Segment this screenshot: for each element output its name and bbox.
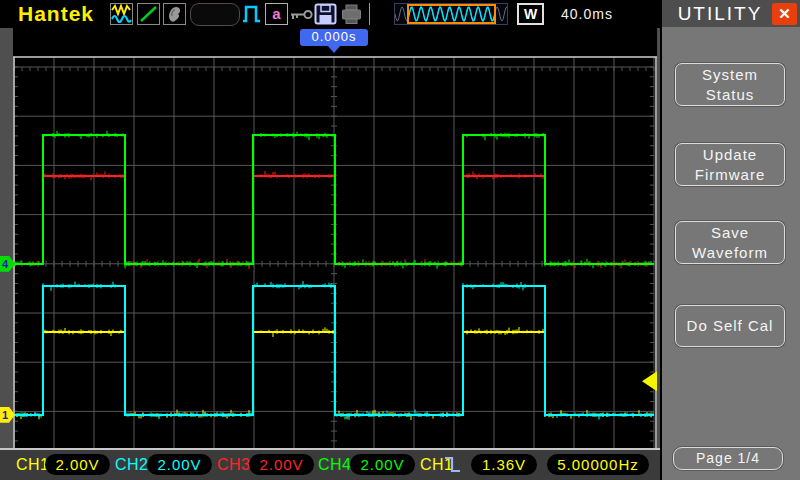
- panel-header: UTILITY ✕: [662, 0, 800, 27]
- menu-slot: [190, 3, 240, 26]
- system-status-button[interactable]: System Status: [675, 63, 785, 106]
- status-bar: CH1 2.00V CH2 2.00V CH3 2.00V CH4 2.00V …: [0, 448, 660, 480]
- close-icon: ✕: [778, 5, 791, 22]
- trigger-frequency-readout: 5.00000Hz: [547, 454, 649, 475]
- oscilloscope-screen: Hantek a: [0, 0, 800, 480]
- panel-title: UTILITY: [662, 3, 772, 25]
- top-bar: Hantek a: [0, 0, 660, 28]
- ch4-label: CH4: [318, 456, 352, 474]
- pulse-icon[interactable]: [242, 4, 262, 24]
- waveform-display: 0.000s 4 1: [0, 28, 660, 448]
- ch3-label: CH3: [217, 456, 251, 474]
- toolbar-divider: [369, 3, 370, 25]
- utility-menu-panel: UTILITY ✕ System Status Update Firmware …: [660, 0, 800, 480]
- key-icon[interactable]: [290, 9, 313, 20]
- w-icon[interactable]: W: [517, 3, 544, 25]
- ch3-scale-readout: 2.00V: [249, 454, 314, 475]
- close-button[interactable]: ✕: [772, 3, 797, 25]
- page-indicator-button[interactable]: Page 1/4: [673, 447, 783, 470]
- save-floppy-icon[interactable]: [314, 3, 337, 25]
- auto-letter-icon[interactable]: a: [265, 3, 288, 25]
- ch1-scale-readout: 2.00V: [45, 454, 110, 475]
- hand-icon[interactable]: [163, 3, 186, 25]
- waveform-channels-icon[interactable]: [110, 3, 133, 25]
- ch2-label: CH2: [115, 456, 149, 474]
- line-style-icon[interactable]: [137, 3, 160, 25]
- left-margin: [0, 28, 13, 448]
- do-self-cal-button[interactable]: Do Self Cal: [675, 305, 785, 347]
- trigger-level-readout: 1.36V: [471, 454, 537, 475]
- waveform-preview[interactable]: [394, 3, 508, 25]
- hantek-logo: Hantek: [18, 2, 94, 26]
- waveform-traces: [0, 28, 660, 448]
- save-waveform-button[interactable]: Save Waveform: [675, 221, 785, 264]
- update-firmware-button[interactable]: Update Firmware: [675, 143, 785, 186]
- falling-edge-icon: [444, 455, 462, 474]
- trigger-position-tag[interactable]: 0.000s: [300, 29, 368, 46]
- timebase-readout: 40.0ms: [549, 3, 625, 25]
- ch4-scale-readout: 2.00V: [350, 454, 415, 475]
- print-icon[interactable]: [340, 3, 363, 25]
- ch2-scale-readout: 2.00V: [147, 454, 212, 475]
